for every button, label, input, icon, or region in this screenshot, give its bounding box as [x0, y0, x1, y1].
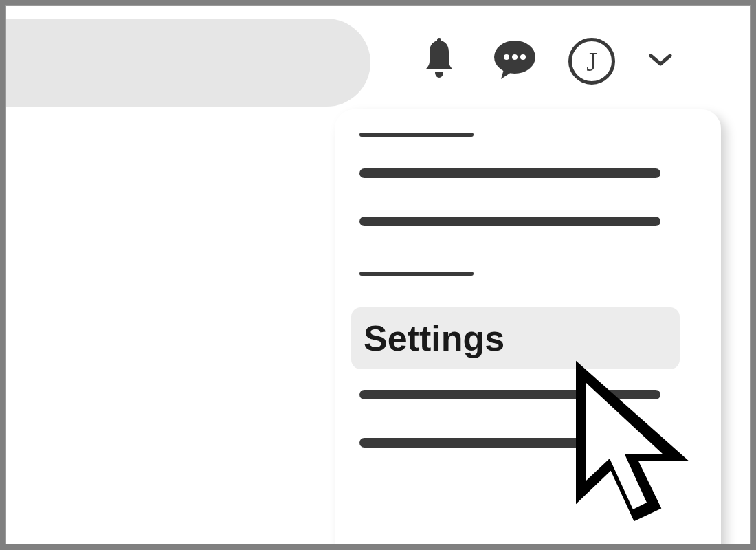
menu-item-settings[interactable]: Settings	[351, 307, 680, 369]
svg-point-4	[520, 54, 526, 60]
speech-bubble-icon	[493, 39, 537, 83]
avatar-initial: J	[586, 45, 597, 78]
header-actions: J	[417, 38, 674, 85]
menu-item-placeholder[interactable]	[359, 217, 660, 226]
account-menu-toggle[interactable]	[647, 39, 674, 83]
profile-avatar[interactable]: J	[568, 38, 615, 85]
bell-icon	[420, 38, 458, 85]
menu-item-placeholder[interactable]	[359, 390, 660, 399]
menu-item-placeholder[interactable]	[359, 168, 660, 178]
menu-section-heading	[359, 272, 474, 276]
chevron-down-icon	[649, 53, 672, 69]
messages-button[interactable]	[493, 39, 537, 83]
svg-point-2	[504, 54, 509, 60]
app-frame: J Settings	[5, 6, 751, 544]
search-bar-placeholder[interactable]	[5, 19, 370, 107]
svg-point-3	[512, 54, 518, 60]
account-dropdown: Settings	[335, 109, 721, 544]
notifications-button[interactable]	[417, 39, 461, 83]
svg-rect-0	[437, 38, 441, 43]
menu-item-placeholder[interactable]	[359, 438, 660, 448]
menu-item-label: Settings	[364, 318, 504, 359]
menu-section-heading	[359, 133, 474, 137]
